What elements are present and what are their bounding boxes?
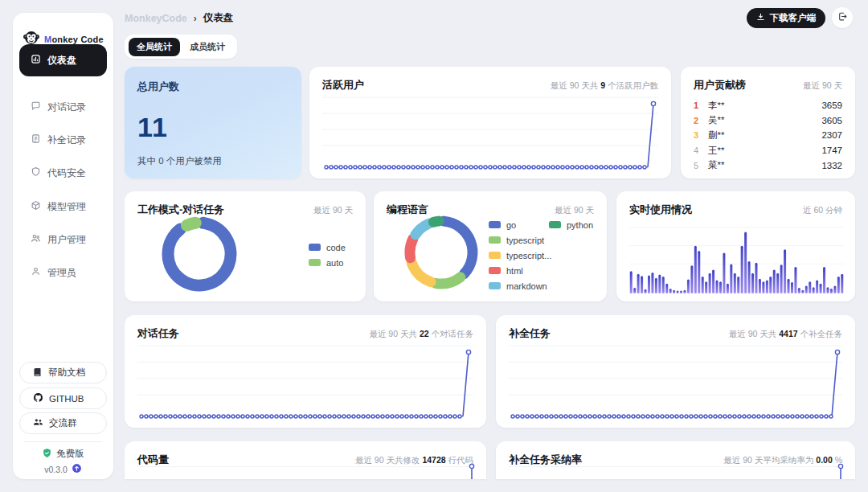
legend-item-go[interactable]: go (489, 217, 551, 232)
document-icon (31, 133, 41, 146)
chat-tasks-line-chart (137, 341, 473, 421)
sidebar-item-admin[interactable]: 管理员 (19, 259, 107, 286)
chat-tasks-title: 对话任务 (137, 326, 179, 341)
sidebar-item-dashboard[interactable]: 仪表盘 (19, 44, 107, 76)
community-group-button[interactable]: 交流群 (19, 412, 107, 434)
work-mode-donut-chart (161, 215, 238, 293)
edition-badge: 免费版 (13, 448, 113, 460)
code-lines-subtitle: 最近 90 天共修改 14728 行代码 (355, 455, 473, 466)
completion-tasks-subtitle: 最近 90 天共 4417 个补全任务 (729, 329, 842, 340)
shield-icon (31, 166, 41, 179)
total-users-card: 总用户数 11 其中 0 个用户被禁用 (125, 67, 301, 178)
logout-icon (837, 11, 848, 24)
download-client-button[interactable]: 下载客户端 (747, 8, 826, 28)
legend-item-python[interactable]: python (549, 217, 593, 232)
tab-member-stats[interactable]: 成员统计 (182, 38, 233, 56)
active-users-title: 活跃用户 (322, 78, 364, 92)
legend-swatch (549, 221, 561, 228)
legend-swatch (489, 267, 501, 274)
person-icon (31, 266, 41, 279)
sidebar-item-model-management[interactable]: 模型管理 (19, 193, 107, 220)
legend-swatch (309, 244, 321, 251)
sidebar-item-chat-history[interactable]: 对话记录 (19, 93, 107, 121)
edition-badge-icon (42, 448, 52, 460)
total-users-value: 11 (125, 94, 301, 143)
work-mode-subtitle: 最近 90 天 (313, 205, 353, 216)
acceptance-rate-line-chart (837, 462, 849, 479)
acceptance-rate-subtitle: 最近 90 天平均采纳率为 0.00 % (723, 455, 842, 466)
total-users-note: 其中 0 个用户被禁用 (137, 155, 222, 167)
realtime-usage-card: 实时使用情况 近 60 分钟 (616, 191, 855, 301)
legend-item-typescript[interactable]: typescript (489, 232, 551, 248)
chat-bubble-icon (31, 100, 41, 113)
acceptance-rate-title: 补全任务采纳率 (509, 453, 582, 467)
active-users-subtitle: 最近 90 天共 9 个活跃用户数 (551, 80, 658, 92)
sidebar-item-code-security[interactable]: 代码安全 (19, 159, 107, 187)
contribution-card: 用户贡献榜 最近 90 天 1 李** 3659 2 吴** 3605 3 蒯*… (681, 67, 855, 178)
breadcrumb-separator-icon: › (194, 13, 197, 24)
realtime-usage-bar-chart (629, 220, 844, 293)
book-icon (33, 367, 43, 379)
code-lines-title: 代码量 (137, 453, 169, 467)
upgrade-icon[interactable] (72, 463, 82, 475)
version-label: v0.3.0 (44, 465, 68, 474)
total-users-title: 总用户数 (125, 67, 301, 94)
work-mode-legend: code auto (309, 240, 346, 270)
languages-donut-chart (403, 214, 480, 291)
breadcrumb: MonkeyCode › 仪表盘 (125, 11, 233, 25)
languages-subtitle: 最近 90 天 (555, 205, 594, 216)
completion-tasks-line-chart (509, 341, 842, 421)
legend-swatch (489, 252, 501, 259)
download-icon (756, 13, 765, 23)
breadcrumb-current: 仪表盘 (203, 11, 234, 25)
breadcrumb-root[interactable]: MonkeyCode (125, 13, 187, 24)
stats-tabs: 全局统计 成员统计 (125, 35, 237, 59)
languages-legend-col2: python (549, 217, 593, 232)
contribution-row: 5 菜** 1332 (694, 158, 842, 173)
realtime-usage-title: 实时使用情况 (629, 203, 692, 217)
contribution-row: 3 蒯** 2307 (694, 128, 842, 143)
github-button[interactable]: GITHUB (19, 387, 107, 409)
code-lines-card: 代码量 最近 90 天共修改 14728 行代码 (125, 441, 486, 479)
contribution-title: 用户贡献榜 (694, 78, 746, 92)
active-users-card: 活跃用户 最近 90 天共 9 个活跃用户数 (309, 67, 671, 178)
sidebar-item-completion-history[interactable]: 补全记录 (19, 126, 107, 154)
completion-tasks-card: 补全任务 最近 90 天共 4417 个补全任务 (496, 315, 855, 428)
help-docs-button[interactable]: 帮助文档 (19, 362, 107, 383)
legend-item-typescript2[interactable]: typescript... (489, 248, 551, 263)
legend-item-auto[interactable]: auto (309, 255, 346, 270)
dashboard-icon (31, 54, 41, 67)
realtime-usage-subtitle: 近 60 分钟 (803, 205, 842, 216)
chat-tasks-subtitle: 最近 90 天共 22 个对话任务 (369, 329, 473, 340)
chat-tasks-card: 对话任务 最近 90 天共 22 个对话任务 (125, 315, 486, 428)
sidebar: Monkey Code 仪表盘 对话记录 补全记录 代码安全 模型管理 (13, 13, 113, 479)
users-icon (31, 233, 41, 246)
contribution-subtitle: 最近 90 天 (803, 80, 842, 92)
code-lines-line-chart (469, 462, 480, 479)
version-row: v0.3.0 (13, 463, 113, 475)
active-users-line-chart (322, 92, 658, 172)
contribution-list: 1 李** 3659 2 吴** 3605 3 蒯** 2307 4 王** 1… (694, 98, 842, 173)
logout-button[interactable] (832, 7, 853, 28)
tab-global-stats[interactable]: 全局统计 (129, 38, 180, 56)
contribution-row: 1 李** 3659 (694, 98, 842, 113)
gridline (509, 466, 842, 467)
contribution-row: 2 吴** 3605 (694, 113, 842, 129)
contribution-row: 4 王** 1747 (694, 143, 842, 158)
completion-tasks-title: 补全任务 (509, 326, 551, 341)
gridline (137, 466, 473, 467)
legend-swatch (309, 259, 321, 266)
github-icon (33, 392, 43, 404)
sidebar-divider (24, 441, 102, 442)
legend-swatch (489, 282, 501, 289)
legend-swatch (489, 221, 501, 228)
legend-swatch (489, 236, 501, 244)
legend-item-html[interactable]: html (489, 263, 551, 278)
legend-item-markdown[interactable]: markdown (489, 278, 551, 293)
cube-icon (31, 200, 41, 213)
sidebar-item-user-management[interactable]: 用户管理 (19, 226, 107, 253)
legend-item-code[interactable]: code (309, 240, 346, 255)
work-mode-card: 工作模式-对话任务 最近 90 天 code auto (125, 191, 366, 301)
languages-card: 编程语言 最近 90 天 go typescript typescript...… (374, 191, 607, 301)
app-title: Monkey Code (44, 35, 104, 44)
